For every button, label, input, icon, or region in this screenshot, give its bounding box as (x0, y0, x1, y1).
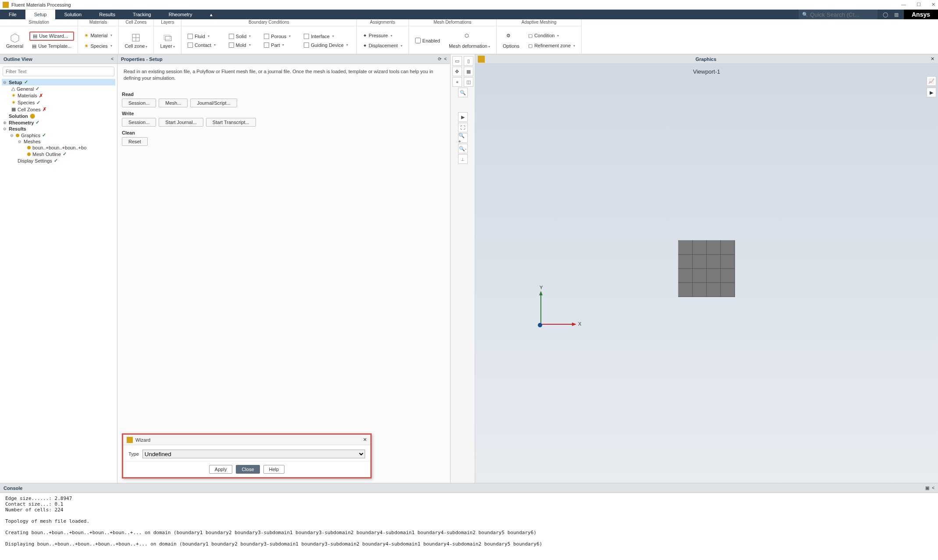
menu-file[interactable]: File (0, 10, 25, 19)
tool-split[interactable]: ▯ (464, 56, 473, 66)
wizard-apply-button[interactable]: Apply (209, 465, 233, 474)
mesh-preview[interactable] (679, 241, 735, 297)
tree-graphics[interactable]: ⊖ Graphics ✓ (2, 132, 115, 138)
layer-button[interactable]: Layer▾ (157, 32, 178, 50)
minimize-button[interactable]: — (901, 2, 906, 7)
bullet-icon (27, 146, 31, 149)
use-template-button[interactable]: ▤ Use Template... (29, 43, 74, 50)
tree-materials[interactable]: ✷Materials ✗ (2, 92, 115, 99)
menu-results[interactable]: Results (90, 10, 124, 19)
template-icon: ▤ (32, 43, 36, 49)
menu-solution[interactable]: Solution (55, 10, 90, 19)
read-mesh-button[interactable]: Mesh... (159, 99, 188, 107)
menu-tracking[interactable]: Tracking (124, 10, 160, 19)
help-icon[interactable]: ◯ (883, 12, 888, 18)
collapse-icon[interactable]: < (444, 57, 447, 61)
bc-fluid-button[interactable]: Fluid▾ (185, 33, 218, 40)
pressure-button[interactable]: ✦Pressure▾ (360, 32, 405, 39)
tree-meshes[interactable]: ⊖Meshes (2, 138, 115, 145)
collapse-icon[interactable]: < (111, 57, 114, 61)
material-button[interactable]: ✷Material▾ (82, 32, 114, 39)
start-transcript-button[interactable]: Start Transcript... (206, 118, 256, 127)
use-wizard-button[interactable]: ▤ Use Wizard... (29, 32, 74, 41)
tree-setup[interactable]: ⊖Setup ✓ (2, 79, 115, 85)
bc-part-button[interactable]: Part▾ (261, 42, 293, 49)
condition-button[interactable]: ▢Condition▾ (526, 32, 578, 39)
tree-solution[interactable]: Solution ⬤ (2, 113, 115, 119)
maximize-button[interactable]: ☐ (917, 2, 921, 7)
wizard-close-icon[interactable]: ✕ (363, 437, 367, 443)
quick-search[interactable]: 🔍 (799, 10, 878, 19)
ribbon-group-layers: Layers Layer▾ (154, 19, 181, 54)
tool-zoom[interactable]: 🔍 (458, 88, 468, 97)
tool-play[interactable]: ▶ (458, 112, 468, 122)
tool-zoom-out[interactable]: 🔍- (458, 144, 468, 153)
console-collapse[interactable]: < (932, 486, 934, 490)
svg-rect-4 (164, 35, 170, 39)
meshdef-button[interactable]: ⬡Mesh deformation▾ (446, 32, 493, 50)
reset-button[interactable]: Reset (122, 137, 148, 146)
tree-rheometry[interactable]: ⊕Rheometry ✓ (2, 119, 115, 126)
menu-rheometry[interactable]: Rheometry (160, 10, 201, 19)
enabled-checkbox[interactable]: Enabled (412, 37, 443, 44)
console-output[interactable]: Edge size......: 2.8947 Contact size...:… (0, 493, 938, 560)
bc-porous-button[interactable]: Porous▾ (261, 33, 293, 40)
tool-axes[interactable]: ⟂ (458, 154, 468, 164)
wizard-help-button[interactable]: Help (263, 465, 285, 474)
tree-species[interactable]: ✷Species ✓ (2, 99, 115, 106)
filter-input[interactable] (3, 67, 114, 76)
outline-tree[interactable]: ⊖Setup ✓ △General ✓ ✷Materials ✗ ✷Specie… (0, 79, 117, 483)
bc-interface-button[interactable]: Interface▾ (301, 33, 351, 40)
species-button[interactable]: ✷Species▾ (82, 42, 114, 50)
tool-viewport[interactable]: ◫ (464, 77, 473, 87)
outline-header: Outline View < (0, 54, 117, 64)
write-session-button[interactable]: Session... (122, 118, 156, 127)
rtool-play[interactable]: ▶ (927, 88, 936, 97)
tree-general[interactable]: △General ✓ (2, 85, 115, 92)
displacement-button[interactable]: ✦Displacement▾ (360, 42, 405, 50)
start-journal-button[interactable]: Start Journal... (159, 118, 203, 127)
options-icon: ⚙ (506, 33, 516, 43)
tree-mesh-outline[interactable]: Mesh Outline ✓ (2, 151, 115, 157)
square-icon (188, 43, 193, 48)
read-journal-button[interactable]: Journal/Script... (190, 99, 237, 107)
tree-mesh-item[interactable]: boun..+boun..+boun..+bo (2, 145, 115, 151)
viewport-label: Viewport-1 (475, 64, 938, 79)
tool-zoom-box[interactable]: ⌖ (452, 77, 462, 87)
svg-text:Y: Y (540, 285, 543, 290)
bc-solid-button[interactable]: Solid▾ (226, 33, 253, 40)
graphics-close-button[interactable]: ✕ (927, 56, 938, 62)
type-select[interactable]: Undefined (142, 450, 365, 458)
console-popout[interactable]: ▣ (925, 486, 929, 490)
bc-guiding-button[interactable]: Guiding Device▾ (301, 42, 351, 49)
bc-contact-button[interactable]: Contact▾ (185, 42, 218, 49)
read-session-button[interactable]: Session... (122, 99, 156, 107)
menubar: File Setup Solution Results Tracking Rhe… (0, 10, 938, 19)
tool-zoom-in[interactable]: 🔍+ (458, 133, 468, 143)
tool-select[interactable]: ▭ (452, 56, 462, 66)
tree-cellzones[interactable]: ▦Cell Zones ✗ (2, 106, 115, 113)
search-input[interactable] (810, 11, 874, 18)
menu-setup[interactable]: Setup (25, 10, 56, 19)
cellzone-button[interactable]: Cell zone▾ (122, 32, 150, 50)
axis-triad[interactable]: Y X (532, 285, 585, 334)
svg-marker-0 (11, 34, 19, 43)
tree-results[interactable]: ⊖Results (2, 126, 115, 132)
group-title: Boundary Conditions (181, 19, 356, 26)
tool-move[interactable]: ✥ (452, 67, 462, 76)
options-button[interactable]: ⚙Options (500, 32, 522, 50)
wizard-close-button[interactable]: Close (236, 465, 259, 474)
outline-panel: Outline View < ⊖Setup ✓ △General ✓ ✷Mate… (0, 54, 117, 483)
tree-display-settings[interactable]: Display Settings ✓ (2, 157, 115, 164)
close-button[interactable]: ✕ (931, 2, 935, 7)
bc-mold-button[interactable]: Mold▾ (226, 42, 253, 49)
tool-grid[interactable]: ▦ (464, 67, 473, 76)
rtool-chart[interactable]: 📈 (927, 76, 936, 86)
layout-icon[interactable]: ▥ (894, 12, 899, 18)
refinement-button[interactable]: ▢Refinement zone▾ (526, 42, 578, 50)
square-icon (229, 34, 234, 39)
general-button[interactable]: General (4, 32, 26, 50)
pin-icon[interactable]: ⟳ (438, 57, 441, 61)
menu-more[interactable]: ▴ (201, 10, 221, 19)
tool-fit[interactable]: ⛶ (458, 123, 468, 132)
